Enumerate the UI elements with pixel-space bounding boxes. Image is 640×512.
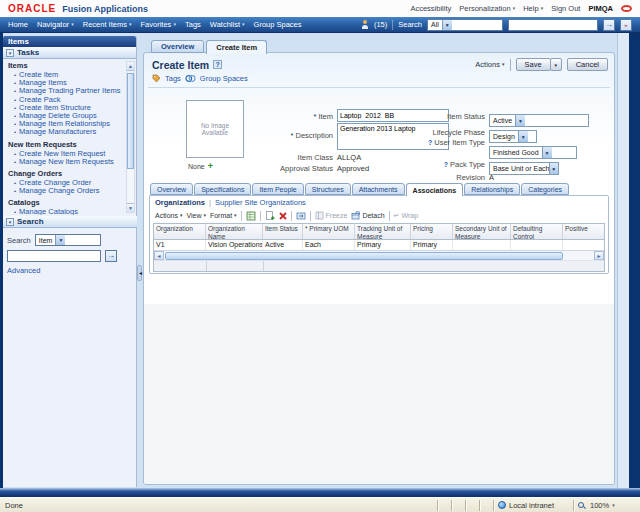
task-link-manage-change-orders[interactable]: Manage Change Orders bbox=[19, 187, 99, 195]
subtab-relationships[interactable]: Relationships bbox=[464, 183, 520, 195]
create-row-icon[interactable] bbox=[265, 211, 275, 221]
actions-menu[interactable]: Actions ▾ bbox=[475, 60, 504, 69]
column-header[interactable]: Tracking Unit of Measure bbox=[355, 224, 411, 239]
nav-recent-items[interactable]: Recent Items ▾ bbox=[83, 20, 132, 29]
task-link-manage-manufacturers[interactable]: Manage Manufacturers bbox=[19, 128, 96, 136]
delete-row-icon[interactable] bbox=[279, 212, 287, 220]
chevron-down-icon[interactable]: ▼ bbox=[55, 235, 65, 245]
toolbar-format-menu[interactable]: Format ▾ bbox=[210, 212, 237, 219]
advanced-search-icon[interactable]: » bbox=[620, 19, 632, 31]
tab-overview[interactable]: Overview bbox=[151, 40, 204, 53]
list-item[interactable]: •Manage Catalogs bbox=[8, 208, 124, 215]
lifecycle-phase-select[interactable]: Design▼ bbox=[489, 125, 537, 138]
collapse-icon[interactable]: ▾ bbox=[6, 49, 14, 57]
item-status-select[interactable]: Active▼ bbox=[489, 109, 589, 122]
column-header[interactable]: Pricing bbox=[411, 224, 453, 239]
view-organizations[interactable]: Organizations bbox=[155, 198, 205, 207]
subtab-associations[interactable]: Associations bbox=[406, 183, 464, 196]
column-header[interactable]: Item Status bbox=[263, 224, 303, 239]
chevron-down-icon: ▾ bbox=[513, 5, 516, 11]
nav-group-spaces[interactable]: Group Spaces bbox=[254, 20, 302, 29]
group-spaces-link[interactable]: Group Spaces bbox=[200, 74, 248, 83]
personalization-menu[interactable]: Personalization ▾ bbox=[459, 4, 515, 13]
status-cell bbox=[465, 500, 479, 511]
tasks-scrollbar[interactable]: ▲ ▼ bbox=[126, 61, 135, 213]
toolbar-view-menu[interactable]: View ▾ bbox=[186, 212, 206, 219]
column-header[interactable]: Positive bbox=[563, 224, 605, 239]
browser-status-bar: Done Local intranet 100% ▾ bbox=[0, 497, 640, 512]
separator bbox=[260, 211, 261, 221]
save-dropdown-button[interactable]: ▾ bbox=[550, 58, 562, 71]
nav-tags[interactable]: Tags bbox=[185, 20, 201, 29]
sidebar-splitter-handle[interactable]: ◄ bbox=[137, 265, 142, 281]
sign-out-link[interactable]: Sign Out bbox=[551, 4, 580, 13]
nav-navigator[interactable]: Navigator ▾ bbox=[37, 20, 74, 29]
sidebar-search-go-button[interactable]: → bbox=[105, 250, 117, 262]
add-image-icon[interactable]: + bbox=[208, 162, 213, 170]
horizontal-scrollbar[interactable]: ◄ ► bbox=[154, 250, 604, 260]
column-header[interactable]: Secondary Unit of Measure bbox=[453, 224, 511, 239]
scrollbar-thumb[interactable] bbox=[165, 252, 563, 260]
view-supplier-site-organizations[interactable]: Supplier Site Organizations bbox=[215, 198, 306, 207]
tab-create-item[interactable]: Create Item bbox=[206, 40, 267, 54]
column-header[interactable]: Organization bbox=[154, 224, 206, 239]
scroll-up-icon[interactable]: ▲ bbox=[127, 62, 134, 71]
toolbar-actions-menu[interactable]: Actions ▾ bbox=[155, 212, 182, 219]
browser-scrollbar-track[interactable] bbox=[617, 33, 629, 488]
scrollbar-thumb[interactable] bbox=[127, 73, 134, 169]
subtab-specifications[interactable]: Specifications bbox=[194, 183, 251, 195]
help-icon[interactable]: ? bbox=[444, 161, 448, 168]
list-item[interactable]: •Manage New Item Requests bbox=[8, 158, 124, 166]
zoom-cell[interactable]: 100% ▾ bbox=[573, 500, 635, 511]
export-to-excel-icon[interactable] bbox=[246, 211, 256, 221]
table-row[interactable]: V1 Vision Operations Active Each Primary… bbox=[154, 240, 605, 250]
freeze-button[interactable]: Freeze bbox=[315, 211, 348, 220]
cancel-button[interactable]: Cancel bbox=[567, 58, 608, 71]
column-header[interactable]: Organization Name bbox=[206, 224, 263, 239]
subtab-attachments[interactable]: Attachments bbox=[352, 183, 405, 195]
scroll-left-icon[interactable]: ◄ bbox=[154, 251, 164, 260]
sidebar-search-scope-select[interactable]: Item ▼ bbox=[35, 234, 101, 246]
collapse-icon[interactable]: ▾ bbox=[6, 218, 14, 226]
task-link-manage-new-item-requests[interactable]: Manage New Item Requests bbox=[19, 158, 114, 166]
global-search-input[interactable] bbox=[508, 19, 598, 31]
tasks-panel-header[interactable]: ▾ Tasks bbox=[3, 47, 136, 59]
subtab-overview[interactable]: Overview bbox=[150, 183, 193, 195]
help-menu[interactable]: Help ▾ bbox=[523, 4, 543, 13]
scroll-right-icon[interactable]: ► bbox=[594, 251, 604, 260]
wrap-button[interactable]: ↵Wrap bbox=[394, 212, 418, 220]
search-panel-header[interactable]: ▾ Search bbox=[3, 216, 137, 228]
image-attachment-row: None + bbox=[188, 162, 213, 170]
search-scope-select[interactable]: All ▼ bbox=[427, 19, 503, 31]
list-item[interactable]: •Manage Change Orders bbox=[8, 187, 124, 195]
search-scope-value: All bbox=[428, 20, 442, 30]
column-header[interactable]: Defaulting Control bbox=[511, 224, 563, 239]
scroll-down-icon[interactable]: ▼ bbox=[127, 203, 134, 212]
notifications-icon[interactable] bbox=[361, 20, 369, 29]
help-icon[interactable]: ? bbox=[213, 60, 222, 69]
user-item-type-select[interactable]: Finished Good▼ bbox=[489, 141, 577, 154]
tags-link[interactable]: Tags bbox=[165, 74, 181, 83]
go-to-task-icon[interactable] bbox=[296, 211, 306, 221]
chevron-down-icon[interactable]: ▼ bbox=[549, 163, 558, 174]
advanced-search-link[interactable]: Advanced bbox=[7, 266, 40, 275]
chevron-down-icon[interactable]: ▾ bbox=[612, 502, 615, 508]
task-link-manage-catalogs[interactable]: Manage Catalogs bbox=[19, 208, 78, 215]
nav-home[interactable]: Home bbox=[8, 20, 28, 29]
notifications-count[interactable]: (15) bbox=[374, 20, 387, 29]
subtab-structures[interactable]: Structures bbox=[305, 183, 351, 195]
help-icon[interactable]: ? bbox=[428, 139, 432, 146]
save-button[interactable]: Save bbox=[516, 58, 551, 71]
pack-type-select[interactable]: Base Unit or Each▼ bbox=[489, 157, 559, 170]
sidebar-search-input[interactable] bbox=[7, 250, 101, 262]
nav-favorites[interactable]: Favorites ▾ bbox=[141, 20, 176, 29]
accessibility-link[interactable]: Accessibility bbox=[410, 4, 451, 13]
subtab-categories[interactable]: Categories bbox=[521, 183, 569, 195]
detach-button[interactable]: Detach bbox=[351, 211, 384, 220]
nav-watchlist[interactable]: Watchlist ▾ bbox=[210, 20, 245, 29]
subtab-item-people[interactable]: Item People bbox=[252, 183, 303, 195]
chevron-down-icon[interactable]: ▼ bbox=[442, 20, 452, 30]
column-header[interactable]: * Primary UOM bbox=[303, 224, 355, 239]
search-go-button[interactable]: → bbox=[603, 19, 615, 31]
list-item[interactable]: •Manage Manufacturers bbox=[8, 128, 124, 136]
